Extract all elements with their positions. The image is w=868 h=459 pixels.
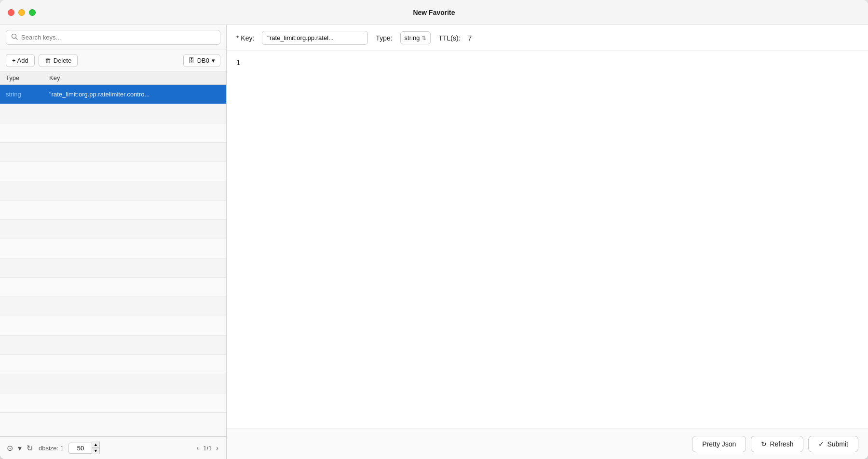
trash-icon: 🗑 [45, 57, 51, 64]
circle-icon[interactable]: ⊙ [6, 443, 14, 454]
chevron-down-icon[interactable]: ▾ [17, 443, 23, 454]
search-input-wrapper[interactable] [6, 30, 220, 45]
list-item [0, 123, 226, 143]
db-selector[interactable]: 🗄 DB0 ▾ [183, 54, 220, 67]
page-nav: ‹ 1/1 › [195, 443, 220, 453]
chevron-down-icon: ▾ [212, 57, 215, 64]
list-item [0, 239, 226, 258]
key-name: "rate_limit:org.pp.ratelimiter.contro... [49, 91, 220, 98]
type-select[interactable]: string ⇅ [400, 31, 431, 44]
key-field-label: * Key: [236, 34, 254, 42]
next-page-button[interactable]: › [214, 443, 220, 453]
main-layout: + Add 🗑 Delete 🗄 DB0 ▾ Type Key s [0, 25, 868, 459]
right-panel: * Key: Type: string ⇅ TTL(s): 7 1 Pretty… [227, 25, 868, 459]
search-input[interactable] [21, 34, 215, 41]
submit-button[interactable]: ✓ Submit [808, 436, 858, 452]
search-icon [11, 33, 18, 41]
footer-icons: ⊙ ▾ ↻ [6, 443, 34, 454]
key-field-input[interactable] [262, 31, 368, 45]
title-bar: New Favorite [0, 0, 868, 25]
list-item [0, 162, 226, 181]
checkmark-icon: ✓ [818, 440, 824, 448]
list-item [0, 278, 226, 297]
maximize-button[interactable] [29, 9, 36, 16]
key-type: string [6, 91, 49, 98]
search-bar [0, 25, 226, 50]
list-item [0, 297, 226, 316]
sidebar-footer: ⊙ ▾ ↻ dbsize: 1 ▲ ▼ ‹ 1/1 › [0, 436, 226, 459]
key-list: string "rate_limit:org.pp.ratelimiter.co… [0, 85, 226, 436]
dbsize-label: dbsize: 1 [39, 445, 64, 452]
list-item [0, 355, 226, 374]
app-window: New Favorite + Add [0, 0, 868, 459]
db-icon: 🗄 [189, 57, 195, 64]
sidebar: + Add 🗑 Delete 🗄 DB0 ▾ Type Key s [0, 25, 227, 459]
list-item [0, 336, 226, 355]
right-footer: Pretty Json ↻ Refresh ✓ Submit [227, 429, 868, 459]
close-button[interactable] [8, 9, 14, 16]
stepper-down[interactable]: ▼ [92, 448, 100, 454]
stepper-up[interactable]: ▲ [92, 442, 100, 448]
list-item[interactable]: string "rate_limit:org.pp.ratelimiter.co… [0, 85, 226, 104]
list-item [0, 104, 226, 123]
list-item [0, 143, 226, 162]
list-item [0, 393, 226, 413]
refresh-icon[interactable]: ↻ [26, 443, 34, 454]
list-item [0, 220, 226, 239]
page-info: 1/1 [203, 445, 212, 452]
refresh-button[interactable]: ↻ Refresh [751, 436, 803, 452]
list-item [0, 374, 226, 393]
ttl-value: 7 [468, 34, 472, 42]
list-item [0, 181, 226, 201]
window-title: New Favorite [413, 9, 455, 16]
col-type-header: Type [6, 74, 49, 81]
col-key-header: Key [49, 74, 220, 81]
pretty-json-button[interactable]: Pretty Json [692, 436, 746, 452]
spinner-icon: ⇅ [421, 35, 426, 41]
refresh-icon: ↻ [761, 440, 767, 448]
list-item [0, 316, 226, 336]
svg-line-1 [16, 38, 18, 40]
right-header: * Key: Type: string ⇅ TTL(s): 7 [227, 25, 868, 51]
ttl-label: TTL(s): [438, 34, 460, 42]
toolbar: + Add 🗑 Delete 🗄 DB0 ▾ [0, 50, 226, 71]
page-size-stepper[interactable]: ▲ ▼ [92, 442, 100, 454]
delete-button[interactable]: 🗑 Delete [39, 54, 78, 67]
type-label: Type: [376, 34, 392, 42]
list-item [0, 201, 226, 220]
content-editor[interactable]: 1 [227, 51, 868, 429]
page-size-input[interactable] [68, 443, 93, 454]
list-item [0, 258, 226, 278]
type-select-text: string [405, 34, 420, 41]
traffic-lights [8, 9, 36, 16]
add-button[interactable]: + Add [6, 54, 35, 67]
minimize-button[interactable] [18, 9, 25, 16]
prev-page-button[interactable]: ‹ [195, 443, 201, 453]
table-header: Type Key [0, 71, 226, 85]
